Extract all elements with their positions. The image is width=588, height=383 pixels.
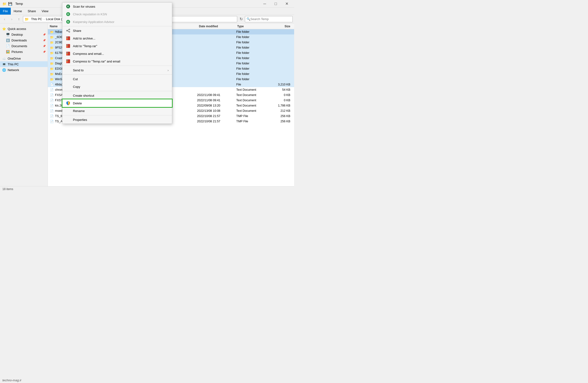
send-to-label: Send to [73,68,84,72]
search-input[interactable] [250,17,289,21]
ctx-compress-email[interactable]: Compress and email... [63,50,172,57]
network-label: Network [8,68,19,72]
separator-4 [63,91,172,91]
sidebar-item-documents[interactable]: 📄 Documents 📌 [0,43,48,49]
svg-point-6 [69,29,70,30]
sidebar-item-pictures[interactable]: 🖼️ Pictures 📌 [0,49,48,55]
winrar-icon-4 [66,59,71,64]
svg-rect-22 [67,47,68,47]
folder-icon-row: 📁 [50,35,54,39]
ctx-delete[interactable]: Delete [63,99,172,107]
menu-home[interactable]: Home [11,8,25,15]
svg-rect-13 [67,37,68,37]
folder-icon-row: 📁 [50,51,54,55]
ctx-rename[interactable]: Rename [63,107,172,115]
col-size-header[interactable]: Size [271,25,292,28]
ctx-copy[interactable]: Copy [63,83,172,90]
svg-text:K: K [67,13,69,16]
svg-rect-16 [67,39,68,40]
menu-share[interactable]: Share [25,8,39,15]
file-icon-row: 📄 [50,103,54,108]
compress-email-label: Compress and email... [73,52,104,56]
refresh-button[interactable]: ↻ [238,16,244,22]
menu-view[interactable]: View [39,8,51,15]
ctx-compress-temp-email[interactable]: Compress to "Temp.rar" and email [63,57,172,65]
bc-this-pc[interactable]: This PC [30,17,43,21]
menu-file[interactable]: File [0,8,11,15]
share-label: Share [73,29,81,33]
svg-rect-35 [68,102,68,103]
network-icon: 🌐 [2,68,6,72]
file-icon-row: 📄 [50,119,54,124]
sidebar-item-onedrive[interactable]: ☁️ OneDrive [0,56,48,61]
restore-button[interactable]: □ [270,0,281,8]
downloads-label: Downloads [11,39,27,42]
svg-rect-21 [67,46,68,46]
ctx-share[interactable]: Share [63,27,172,34]
svg-rect-34 [67,62,68,63]
col-type-header[interactable]: Type [237,25,271,28]
cut-label: Cut [73,77,78,81]
quick-access-label: Quick access [8,27,26,31]
file-icon-row: 📄 [50,82,54,87]
sidebar-item-this-pc[interactable]: 💻 This PC [0,61,48,67]
file-icon-row: 📄 [50,109,54,113]
pin-icon: 📌 [43,33,46,36]
minimize-button[interactable]: ─ [259,0,270,8]
ctx-add-temp-rar[interactable]: Add to "Temp.rar" [63,42,172,50]
up-button[interactable]: ↑ [16,16,22,22]
sidebar-item-downloads[interactable]: ⬇️ Downloads 📌 [0,37,48,43]
close-button[interactable]: ✕ [281,0,292,8]
downloads-folder-icon: ⬇️ [6,38,10,42]
svg-rect-28 [67,54,68,55]
delete-label: Delete [73,101,82,105]
winrar-icon-2 [66,44,71,48]
separator-3 [63,74,172,75]
cut-icon [66,77,71,81]
svg-rect-33 [67,61,68,62]
title-bar-icons: 📁 💾 [2,1,12,6]
window-title: Temp [15,2,23,5]
pictures-label: Pictures [11,50,23,54]
desktop-label: Desktop [11,33,23,36]
separator-2 [63,66,172,66]
svg-rect-14 [67,38,68,38]
pictures-folder-icon: 🖼️ [6,49,10,54]
ctx-cut[interactable]: Cut [63,75,172,83]
folder-icon-row: 📁 [50,56,54,60]
file-icon-row: 📄 [50,98,54,102]
file-icon-row: 📄 [50,114,54,118]
ctx-send-to[interactable]: Send to › [63,66,172,74]
ctx-check-reputation[interactable]: K Check reputation in KSN [63,10,172,18]
sidebar-item-network[interactable]: 🌐 Network [0,67,48,73]
svg-point-7 [69,31,70,32]
folder-icon-row: 📁 [50,45,54,50]
documents-folder-icon: 📄 [6,44,10,48]
ctx-add-archive[interactable]: Add to archive... [63,34,172,42]
send-to-arrow: › [168,68,168,72]
shield-delete-icon [66,101,71,106]
ctx-kaspersky-advisor[interactable]: K Kaspersky Application Advisor [63,18,172,26]
svg-rect-26 [67,53,68,53]
status-bar: 18 items [0,186,294,191]
search-box[interactable]: 🔍 [245,16,293,22]
folder-icon-row: 📁 [50,40,54,45]
forward-button[interactable]: › [9,16,15,22]
back-button[interactable]: ‹ [1,16,8,22]
folder-icon: 📁 [2,1,7,6]
item-count: 18 items [2,187,13,191]
this-pc-icon: 💻 [2,62,6,66]
kaspersky-icon-3: K [66,19,71,24]
sidebar-item-desktop[interactable]: 🖥️ Desktop 📌 [0,32,48,37]
add-temp-rar-label: Add to "Temp.rar" [73,44,97,48]
copy-icon [66,84,71,89]
col-date-header[interactable]: Date modified [199,25,237,28]
svg-text:K: K [67,5,69,8]
ctx-properties[interactable]: Properties [63,116,172,124]
sidebar-item-quick-access[interactable]: ⭐ Quick access [0,26,48,32]
separator-5 [63,115,172,115]
compress-temp-email-label: Compress to "Temp.rar" and email [73,60,120,63]
ctx-scan-viruses[interactable]: K Scan for viruses [63,3,172,10]
ctx-create-shortcut[interactable]: Create shortcut [63,92,172,99]
kaspersky-advisor-label: Kaspersky Application Advisor [73,20,114,24]
